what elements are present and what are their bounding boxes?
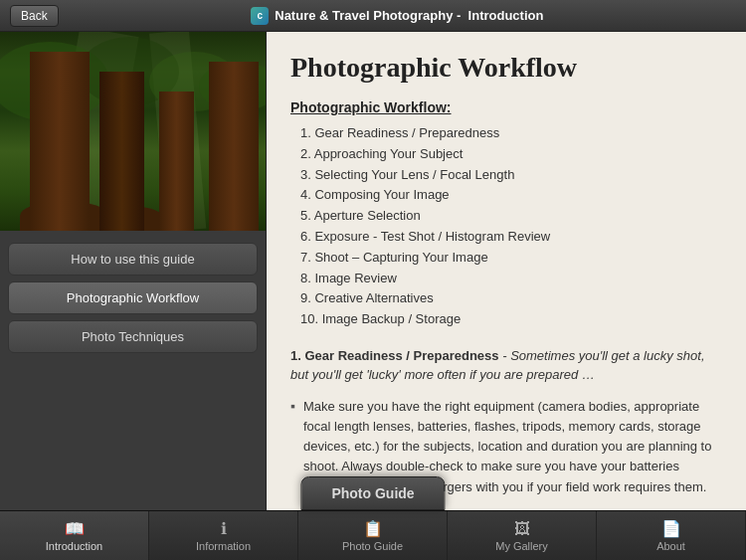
introduction-icon: 📖 [65, 519, 85, 538]
sidebar: Photo © Bill Gozansky How to use this gu… [0, 32, 267, 510]
tab-introduction-label: Introduction [46, 540, 102, 552]
photo-container: Photo © Bill Gozansky [0, 32, 266, 231]
app-name: Nature & Travel Photography [275, 8, 453, 23]
content-area[interactable]: Photographic Workflow Photographic Workf… [267, 32, 746, 510]
list-item: 7. Shoot – Capturing Your Image [300, 248, 722, 269]
workflow-subtitle: Photographic Workflow: [290, 99, 722, 115]
workflow-list: 1. Gear Readiness / Preparedness 2. Appr… [290, 123, 722, 330]
app-icon: c [251, 7, 269, 25]
list-item: 6. Exposure - Test Shot / Histogram Revi… [300, 227, 722, 248]
content-title: Photographic Workflow [290, 52, 722, 84]
tab-photo-guide[interactable]: 📋 Photo Guide [298, 511, 448, 560]
sidebar-item-how-to-use[interactable]: How to use this guide [8, 243, 258, 276]
bullet-mark: ▪ [290, 398, 295, 414]
list-item: 4. Composing Your Image [300, 185, 722, 206]
list-item: 5. Aperture Selection [300, 206, 722, 227]
back-button[interactable]: Back [10, 5, 59, 27]
photo-guide-icon: 📋 [363, 519, 383, 538]
gallery-icon: 🖼 [514, 520, 530, 538]
nav-items: How to use this guide Photographic Workf… [0, 231, 266, 365]
tab-about[interactable]: 📄 About [597, 511, 746, 560]
tab-information-label: Information [196, 540, 251, 552]
main-area: Photo © Bill Gozansky How to use this gu… [0, 32, 746, 510]
list-item: 1. Gear Readiness / Preparedness [300, 123, 722, 144]
tab-photo-guide-label: Photo Guide [342, 540, 403, 552]
information-icon: ℹ [221, 519, 227, 538]
list-item: 8. Image Review [300, 269, 722, 289]
section-label: Introduction [468, 8, 544, 23]
top-center: c Nature & Travel Photography - Introduc… [59, 7, 736, 25]
tab-my-gallery-label: My Gallery [495, 540, 548, 552]
tab-my-gallery[interactable]: 🖼 My Gallery [448, 511, 597, 560]
tab-information[interactable]: ℹ Information [149, 511, 298, 560]
list-item: 2. Approaching Your Subject [300, 144, 722, 165]
sidebar-item-photographic-workflow[interactable]: Photographic Workflow [8, 281, 258, 314]
title-separator: - [457, 8, 461, 23]
sidebar-item-photo-techniques[interactable]: Photo Techniques [8, 320, 258, 353]
bottom-bar: 📖 Introduction ℹ Information 📋 Photo Gui… [0, 510, 746, 560]
list-item: 9. Creative Alternatives [300, 288, 722, 309]
top-bar: Back c Nature & Travel Photography - Int… [0, 0, 746, 32]
forest-photo [0, 32, 266, 231]
list-item: 10. Image Backup / Storage [300, 309, 722, 330]
photo-guide-popup: Photo Guide [300, 476, 445, 510]
top-title: Nature & Travel Photography - Introducti… [275, 8, 543, 23]
tab-about-label: About [656, 540, 685, 552]
section-intro: 1. Gear Readiness / Preparedness - Somet… [290, 346, 722, 385]
about-icon: 📄 [661, 519, 681, 538]
list-item: 3. Selecting Your Lens / Focal Length [300, 165, 722, 186]
tab-introduction[interactable]: 📖 Introduction [0, 511, 149, 560]
section-intro-bold: 1. Gear Readiness / Preparedness [290, 348, 499, 363]
